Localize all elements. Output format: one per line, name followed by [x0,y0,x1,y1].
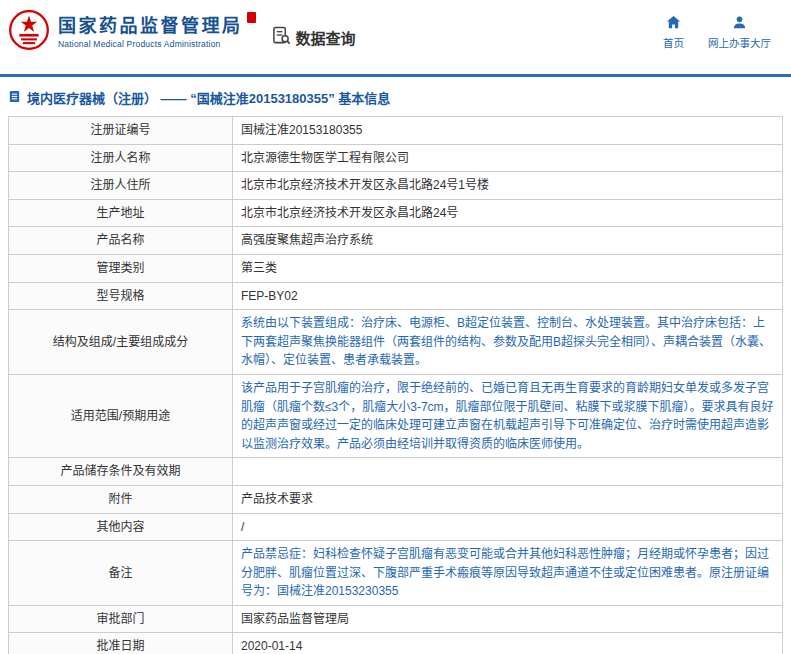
row-label: 生产地址 [9,199,233,227]
table-row: 产品名称高强度聚焦超声治疗系统 [9,227,783,255]
row-label: 产品储存条件及有效期 [9,458,233,486]
online-service-hall-link[interactable]: 网上办事大厅 [708,15,771,50]
table-row: 批准日期2020-01-14 [9,633,783,654]
row-value [233,458,783,486]
registration-info-table: 注册证编号国械注准20153180355注册人名称北京源德生物医学工程有限公司注… [8,116,783,654]
breadcrumb: 境内医疗器械（注册） —— “国械注准20153180355” 基本信息 [0,77,791,116]
table-row: 产品储存条件及有效期 [9,458,783,486]
row-label: 审批部门 [9,605,233,633]
breadcrumb-text: 境内医疗器械（注册） —— “国械注准20153180355” 基本信息 [27,88,390,107]
national-emblem-icon [8,9,50,51]
table-row: 适用范围/预期用途该产品用于子宫肌瘤的治疗，限于绝经前的、已婚已育且无再生育要求… [9,374,783,457]
row-label: 注册人住所 [9,172,233,200]
row-value: / [233,513,783,541]
table-row: 管理类别第三类 [9,254,783,282]
table-row: 审批部门国家药品监督管理局 [9,605,783,633]
org-title-en: National Medical Products Administration [58,39,243,49]
table-row: 生产地址北京市北京经济技术开发区永昌北路24号 [9,199,783,227]
table-row: 型号规格FEP-BY02 [9,282,783,310]
table-row: 其他内容/ [9,513,783,541]
data-query-label: 数据查询 [296,27,356,48]
row-label: 注册人名称 [9,144,233,172]
row-label: 其他内容 [9,513,233,541]
home-link-label: 首页 [663,35,684,50]
row-label: 备注 [9,541,233,606]
row-label: 产品名称 [9,227,233,255]
row-label: 型号规格 [9,282,233,310]
org-title-cn: 国家药品监督管理局 [58,11,243,37]
row-value: 该产品用于子宫肌瘤的治疗，限于绝经前的、已婚已育且无再生育要求的育龄期妇女单发或… [233,374,783,457]
table-row: 注册证编号国械注准20153180355 [9,117,783,145]
row-value: 北京市北京经济技术开发区永昌北路24号 [233,199,783,227]
row-value: 北京源德生物医学工程有限公司 [233,144,783,172]
row-label: 结构及组成/主要组成成分 [9,310,233,375]
document-icon [8,90,21,106]
data-query-section: 数据查询 [272,26,356,48]
row-value: 系统由以下装置组成：治疗床、电源柜、B超定位装置、控制台、水处理装置。其中治疗床… [233,310,783,375]
row-value: FEP-BY02 [233,282,783,310]
row-label: 注册证编号 [9,117,233,145]
row-value: 国械注准20153180355 [233,117,783,145]
row-label: 管理类别 [9,254,233,282]
row-value: 2020-01-14 [233,633,783,654]
document-search-icon [272,26,291,48]
row-value: 第三类 [233,254,783,282]
row-value: 产品禁忌症：妇科检查怀疑子宫肌瘤有恶变可能或合并其他妇科恶性肿瘤；月经期或怀孕患… [233,541,783,606]
row-label: 批准日期 [9,633,233,654]
seal-icon [247,12,256,23]
row-value: 产品技术要求 [233,485,783,513]
table-row: 结构及组成/主要组成成分系统由以下装置组成：治疗床、电源柜、B超定位装置、控制台… [9,310,783,375]
row-value: 北京市北京经济技术开发区永昌北路24号1号楼 [233,172,783,200]
user-icon [732,15,747,32]
table-row: 附件产品技术要求 [9,485,783,513]
row-value: 高强度聚焦超声治疗系统 [233,227,783,255]
row-label: 附件 [9,485,233,513]
row-label: 适用范围/预期用途 [9,374,233,457]
table-row: 备注产品禁忌症：妇科检查怀疑子宫肌瘤有恶变可能或合并其他妇科恶性肿瘤；月经期或怀… [9,541,783,606]
online-service-hall-label: 网上办事大厅 [708,35,771,50]
row-value: 国家药品监督管理局 [233,605,783,633]
home-link[interactable]: 首页 [663,15,684,50]
table-row: 注册人住所北京市北京经济技术开发区永昌北路24号1号楼 [9,172,783,200]
site-header: 国家药品监督管理局 National Medical Products Admi… [0,0,791,74]
table-row: 注册人名称北京源德生物医学工程有限公司 [9,144,783,172]
home-icon [666,15,681,32]
